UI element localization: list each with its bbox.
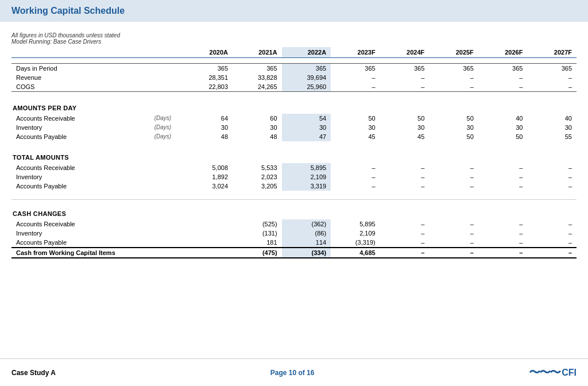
col-header-2020a: 2020A (183, 47, 233, 58)
label-revenue: Revenue (11, 73, 146, 82)
val-rev-2026: – (478, 73, 528, 82)
page-title: Working Capital Schedule (11, 6, 577, 16)
val-cogs-2023: – (331, 82, 380, 92)
main-table: 2020A 2021A 2022A 2023F 2024F 2025F 2026… (11, 47, 577, 258)
label-days-in-period: Days in Period (11, 64, 146, 74)
days-apd-ar: (Days) (146, 114, 183, 123)
col-header-2022a: 2022A (282, 47, 331, 58)
days-apd-ap: (Days) (146, 132, 183, 141)
val-days-2022: 365 (282, 64, 331, 74)
col-header-2026f: 2026F (478, 47, 528, 58)
col-header-spacer (146, 47, 183, 58)
footer-page-number: Page 10 of 16 (270, 369, 315, 377)
row-apd-ap: Accounts Payable (Days) 48 48 47 45 45 5… (11, 132, 577, 141)
col-header-2027f: 2027F (527, 47, 577, 58)
row-apd-inv: Inventory (Days) 30 30 30 30 30 30 30 30 (11, 123, 577, 132)
val-rev-2021: 33,828 (233, 73, 282, 82)
val-cogs-2026: – (478, 82, 528, 92)
val-days-2027: 365 (527, 64, 577, 74)
section-cash-changes: CASH CHANGES (11, 206, 577, 219)
model-note: Model Running: Base Case Drivers (11, 38, 577, 45)
val-cogs-2021: 24,265 (233, 82, 282, 92)
footer-logo: 〜〜〜 CFI (529, 365, 577, 380)
row-cogs: COGS 22,803 24,265 25,960 – – – – – (11, 82, 577, 92)
label-apd-ap: Accounts Payable (11, 132, 146, 141)
label-apd-inv: Inventory (11, 123, 146, 132)
val-rev-2023: – (331, 73, 380, 82)
label-ta-inv: Inventory (11, 172, 146, 182)
val-rev-2024: – (380, 73, 430, 82)
label-apd-ar: Accounts Receivable (11, 114, 146, 123)
cfi-logo-text: CFI (562, 368, 577, 378)
meta-info: All figures in USD thousands unless stat… (11, 32, 577, 45)
days-apd-inv: (Days) (146, 123, 183, 132)
label-ta-ap: Accounts Payable (11, 182, 146, 191)
label-cogs: COGS (11, 82, 146, 92)
row-ta-ar: Accounts Receivable 5,008 5,533 5,895 – … (11, 163, 577, 172)
label-cc-ar: Accounts Receivable (11, 219, 146, 229)
page-footer: Case Study A Page 10 of 16 〜〜〜 CFI (0, 358, 588, 386)
col-header-2025f: 2025F (429, 47, 478, 58)
row-ta-inv: Inventory 1,892 2,023 2,109 – – – – – (11, 172, 577, 182)
cfi-waves-icon: 〜〜〜 (529, 365, 560, 380)
row-apd-ar: Accounts Receivable (Days) 64 60 54 50 5… (11, 114, 577, 123)
section-amounts-per-day: AMOUNTS PER DAY (11, 100, 577, 114)
col-header-2021a: 2021A (233, 47, 282, 58)
col-header-2023f: 2023F (331, 47, 380, 58)
row-days-in-period: Days in Period 365 365 365 365 365 365 3… (11, 64, 577, 74)
val-cogs-2025: – (429, 82, 478, 92)
col-header-2024f: 2024F (380, 47, 430, 58)
divider-row (11, 191, 577, 200)
row-cc-ar: Accounts Receivable (525) (362) 5,895 – … (11, 219, 577, 229)
val-days-2025: 365 (429, 64, 478, 74)
row-revenue: Revenue 28,351 33,828 39,694 – – – – – (11, 73, 577, 82)
val-days-2021: 365 (233, 64, 282, 74)
val-rev-2025: – (429, 73, 478, 82)
figures-note: All figures in USD thousands unless stat… (11, 32, 577, 38)
val-days-2026: 365 (478, 64, 528, 74)
label-ta-ar: Accounts Receivable (11, 163, 146, 172)
label-cc-ap: Accounts Payable (11, 238, 146, 248)
val-cogs-2024: – (380, 82, 430, 92)
row-cc-total: Cash from Working Capital Items (475) (3… (11, 248, 577, 258)
val-days-2020: 365 (183, 64, 233, 74)
col-header-label (11, 47, 146, 58)
row-cc-ap: Accounts Payable 181 114 (3,319) – – – – (11, 238, 577, 248)
row-ta-ap: Accounts Payable 3,024 3,205 3,319 – – –… (11, 182, 577, 191)
footer-case-study: Case Study A (11, 369, 56, 377)
val-days-2023: 365 (331, 64, 380, 74)
header-bar: Working Capital Schedule (0, 0, 588, 22)
label-cc-inv: Inventory (11, 229, 146, 238)
val-days-2024: 365 (380, 64, 430, 74)
val-cogs-2022: 25,960 (282, 82, 331, 92)
val-cogs-2027: – (527, 82, 577, 92)
val-rev-2027: – (527, 73, 577, 82)
val-rev-2020: 28,351 (183, 73, 233, 82)
row-cc-inv: Inventory (131) (86) 2,109 – – – – (11, 229, 577, 238)
val-rev-2022: 39,694 (282, 73, 331, 82)
section-total-amounts: TOTAL AMOUNTS (11, 149, 577, 163)
val-cogs-2020: 22,803 (183, 82, 233, 92)
label-cc-total: Cash from Working Capital Items (11, 248, 146, 258)
